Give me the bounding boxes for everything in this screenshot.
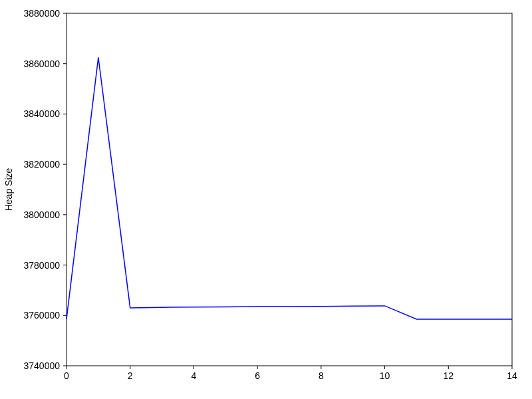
y-tick-label: 3740000 bbox=[23, 360, 60, 371]
y-tick-label: 3780000 bbox=[23, 260, 60, 271]
x-tick-label: 0 bbox=[64, 370, 69, 381]
x-tick-label: 14 bbox=[507, 370, 517, 381]
x-tick-label: 12 bbox=[443, 370, 454, 381]
y-axis-label: Heap Size bbox=[3, 168, 14, 211]
svg-rect-0 bbox=[66, 13, 512, 366]
chart-container: 0246810121437400003760000378000038000003… bbox=[0, 0, 532, 399]
y-tick-label: 3860000 bbox=[23, 59, 60, 69]
y-tick-label: 3760000 bbox=[23, 310, 60, 321]
x-tick-label: 4 bbox=[192, 370, 197, 381]
y-tick-label: 3820000 bbox=[23, 159, 60, 170]
x-tick-label: 8 bbox=[319, 370, 324, 381]
y-tick-label: 3800000 bbox=[23, 209, 60, 220]
y-tick-label: 3840000 bbox=[23, 108, 60, 119]
x-tick-label: 10 bbox=[380, 370, 390, 381]
line-chart: 0246810121437400003760000378000038000003… bbox=[0, 0, 532, 399]
data-series-line bbox=[66, 57, 512, 319]
x-tick-label: 2 bbox=[128, 370, 133, 381]
x-tick-label: 6 bbox=[255, 370, 260, 381]
y-tick-label: 3880000 bbox=[23, 8, 60, 19]
